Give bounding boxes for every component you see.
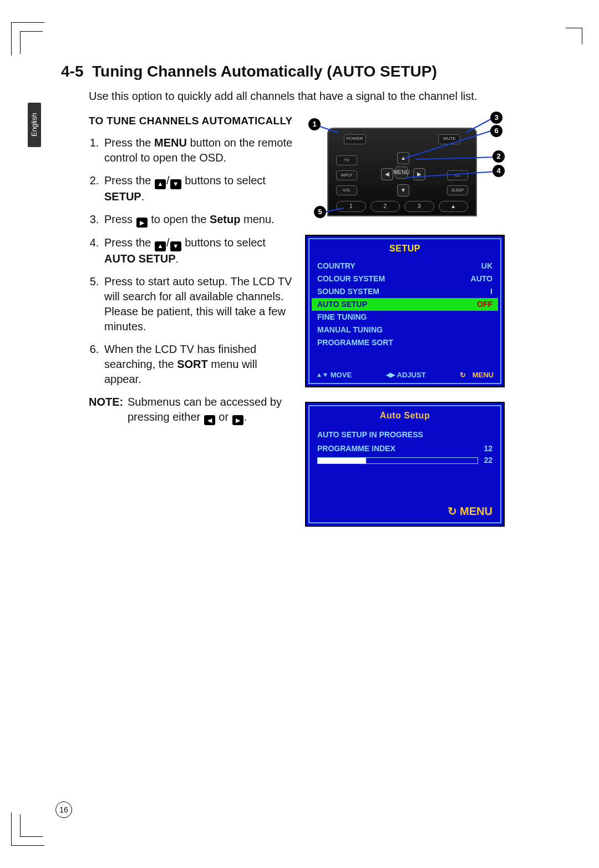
remote-num-1: 1 [336,201,366,212]
step-3: Press to open the Setup menu. [102,212,294,228]
step-2: Press the / buttons to select SETUP. [102,173,294,204]
note: NOTE: Submenus can be accessed by pressi… [89,395,294,425]
steps-list: Press the MENU button on the remote cont… [102,135,294,386]
remote-body: POWER MUTE TV INPUT VOL CC SLEEP ▲ ▼ ◀ ▶… [327,128,477,216]
dpad-up: ▲ [397,152,409,164]
osd2-prog-value: 12 [484,443,493,454]
power-button: POWER [344,134,366,144]
osd1-row-manual: MANUAL TUNING [312,324,498,336]
osd1-title: SETUP [312,243,498,255]
remote-diagram: 1 3 6 2 4 5 POWER MUTE TV INPUT VOL CC S… [305,114,505,219]
osd2-title: Auto Setup [312,410,498,422]
osd1-row-colour: COLOUR SYSTEMAUTO [312,272,498,285]
osd-autosetup-progress: Auto Setup AUTO SETUP IN PROGRESS PROGRA… [305,402,505,526]
dpad-right: ▶ [413,168,425,180]
osd2-channel-value: 22 [484,455,493,466]
step-4: Press the / buttons to select AUTO SETUP… [102,235,294,266]
remote-num-2: 2 [370,201,400,212]
page-number: 16 [55,801,72,818]
right-icon [232,415,243,425]
mute-button: MUTE [438,134,460,144]
crop-mark-tr [566,28,582,44]
callout-5: 5 [314,206,326,218]
input-button: INPUT [336,170,357,180]
remote-num-3: 3 [404,201,434,212]
osd1-row-fine: FINE TUNING [312,311,498,324]
language-tab: English [28,103,41,147]
procedure-heading: TO TUNE CHANNELS AUTOMATICALLY [89,114,294,128]
callout-1: 1 [308,118,321,130]
callout-4: 4 [493,165,505,177]
left-column: TO TUNE CHANNELS AUTOMATICALLY Press the… [89,114,294,541]
tv-button: TV [336,155,357,165]
dpad: ▲ ▼ ◀ ▶ MENU [381,152,425,196]
osd1-footer: ▲▼MOVE ◀▶ADJUST ↻ MENU [312,366,498,381]
intro-text: Use this option to quickly add all chann… [89,89,521,104]
page-content: 4-5 Tuning Channels Automatically (AUTO … [61,61,521,541]
step-6: When the LCD TV has finished searching, … [102,342,294,387]
up-icon [155,179,166,189]
cc-button: CC [447,170,468,180]
vol-button: VOL [336,185,357,195]
sleep-button: SLEEP [447,185,468,195]
callout-6: 6 [490,125,502,137]
osd1-row-sound: SOUND SYSTEMI [312,285,498,298]
osd-setup-menu: SETUP COUNTRYUK COLOUR SYSTEMAUTO SOUND … [305,235,505,387]
dpad-left: ◀ [381,168,393,180]
osd1-row-autosetup: AUTO SETUPOFF [312,298,498,311]
osd1-row-country: COUNTRYUK [312,260,498,272]
section-number: 4-5 [61,63,83,80]
osd2-footer: ↻ MENU [312,501,498,520]
osd2-line1: AUTO SETUP IN PROGRESS [317,430,493,440]
step-1: Press the MENU button on the remote cont… [102,135,294,165]
crop-mark-bl [11,813,44,846]
down-icon [170,179,181,189]
left-icon [204,415,215,425]
note-body: Submenus can be accessed by pressing eit… [128,395,294,425]
osd2-prog-label: PROGRAMME INDEX [317,443,395,454]
down-icon [170,241,181,251]
right-column: 1 3 6 2 4 5 POWER MUTE TV INPUT VOL CC S… [305,114,521,541]
crop-mark-tl [11,22,44,55]
up-icon [155,241,166,251]
step-5: Press to start auto setup. The LCD TV wi… [102,274,294,334]
dpad-down: ▼ [397,184,409,196]
osd2-progress-bar [317,457,478,464]
right-icon [136,218,148,228]
callout-2: 2 [493,150,505,163]
callout-3: 3 [490,112,502,124]
section-heading: 4-5 Tuning Channels Automatically (AUTO … [61,61,521,82]
menu-button: MENU [395,166,408,179]
note-label: NOTE: [89,395,128,425]
remote-num-up: ▲ [439,201,469,212]
section-title-text: Tuning Channels Automatically (AUTO SETU… [92,63,437,80]
osd1-row-sort: PROGRAMME SORT [312,336,498,349]
